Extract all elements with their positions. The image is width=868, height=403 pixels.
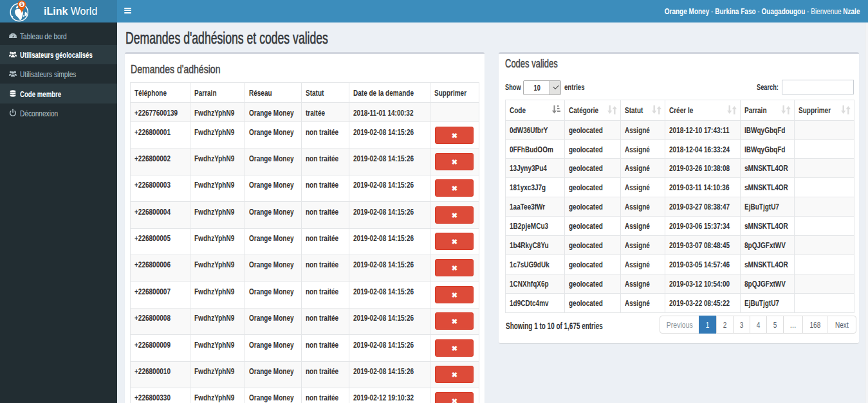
svg-text:$: $ [21,2,23,7]
